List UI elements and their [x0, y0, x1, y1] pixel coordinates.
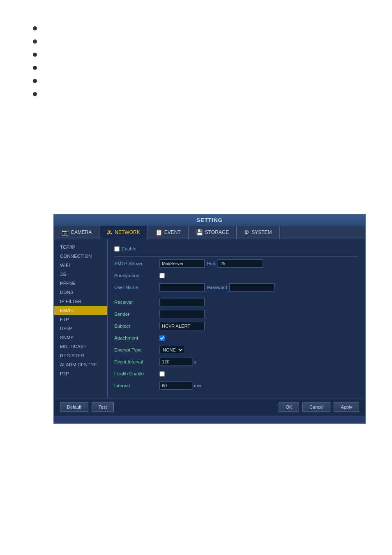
- tab-storage-label: STORAGE: [205, 229, 229, 235]
- subject-label: Subject: [114, 324, 159, 328]
- subject-input[interactable]: [159, 322, 205, 330]
- bullet-dot: [33, 92, 37, 96]
- sidebar-item-multicast[interactable]: MULTICAST: [54, 342, 107, 351]
- separator-2: [114, 295, 358, 295]
- sidebar-item-upnp[interactable]: UPnP: [54, 324, 107, 333]
- tab-network-label: NETWORK: [115, 229, 140, 235]
- sender-row: Sender: [114, 310, 358, 319]
- tab-event-label: EVENT: [164, 229, 181, 235]
- tab-network[interactable]: 🖧 NETWORK: [99, 226, 148, 239]
- interval-input[interactable]: [159, 382, 192, 390]
- event-interval-label: Event Interval: [114, 359, 159, 364]
- separator-1: [114, 256, 358, 257]
- health-enable-checkbox[interactable]: [159, 371, 165, 377]
- bullet-item-5: [33, 77, 359, 83]
- tab-camera-label: CAMERA: [71, 229, 92, 235]
- sidebar-item-ddns[interactable]: DDNS: [54, 288, 107, 297]
- setting-dialog: SETTING 📷 CAMERA 🖧 NETWORK 📋 EVENT 💾 STO…: [53, 214, 366, 424]
- bullet-item-2: [33, 38, 359, 44]
- password-label: Password: [207, 285, 227, 290]
- button-bar: Default Test OK Cancel Apply: [54, 398, 365, 416]
- sidebar-item-snmp[interactable]: SNMP: [54, 333, 107, 342]
- default-button[interactable]: Default: [60, 402, 88, 412]
- network-icon: 🖧: [107, 229, 113, 236]
- interval-row: Interval min: [114, 381, 358, 390]
- sidebar-item-tcpip[interactable]: TCP/IP: [54, 243, 107, 252]
- ok-button[interactable]: OK: [279, 402, 299, 412]
- camera-icon: 📷: [62, 229, 69, 236]
- bullet-dot: [33, 39, 37, 44]
- bullet-item-3: [33, 51, 359, 57]
- attachment-label: Attachment: [114, 335, 159, 340]
- sidebar-item-email[interactable]: EMAIL: [54, 306, 107, 315]
- smtp-server-label: SMTP Server: [114, 261, 159, 266]
- sender-input[interactable]: [159, 310, 205, 318]
- receiver-row: Receiver: [114, 298, 358, 307]
- bullet-item-6: [33, 90, 359, 96]
- username-label: User Name: [114, 285, 159, 290]
- anonymous-checkbox[interactable]: [159, 273, 165, 278]
- sidebar-item-alarmcentre[interactable]: ALARM CENTRE: [54, 360, 107, 369]
- attachment-checkbox[interactable]: [159, 335, 165, 341]
- bullet-list: [0, 0, 392, 120]
- smtp-server-row: SMTP Server Port: [114, 259, 358, 268]
- encrypt-select[interactable]: NONE SSL TLS: [159, 346, 184, 354]
- tab-camera[interactable]: 📷 CAMERA: [54, 226, 99, 239]
- enable-row: Enable: [114, 244, 358, 253]
- main-content: TCP/IP CONNECTION WIFI 3G PPPoE DDNS IP …: [54, 239, 365, 398]
- encrypt-row: Encrypt Type NONE SSL TLS: [114, 345, 358, 354]
- sidebar-item-p2p[interactable]: P2P: [54, 369, 107, 378]
- port-input[interactable]: [218, 259, 263, 268]
- sidebar-item-ftp[interactable]: FTP: [54, 315, 107, 324]
- tab-bar: 📷 CAMERA 🖧 NETWORK 📋 EVENT 💾 STORAGE ⚙ S…: [54, 226, 365, 239]
- tab-event[interactable]: 📋 EVENT: [148, 226, 189, 239]
- apply-button[interactable]: Apply: [334, 402, 359, 412]
- health-enable-label: Health Enable: [114, 371, 159, 376]
- bullet-dot: [33, 79, 37, 83]
- anonymous-row: Anonymous: [114, 271, 358, 280]
- anonymous-label: Anonymous: [114, 273, 159, 278]
- port-label: Port: [207, 261, 215, 266]
- email-form: Enable SMTP Server Port Anonymous User N…: [108, 239, 365, 398]
- event-interval-row: Event Interval s: [114, 357, 358, 366]
- bullet-item-4: [33, 64, 359, 70]
- bullet-dot: [33, 53, 37, 57]
- smtp-server-input[interactable]: [159, 259, 205, 268]
- sidebar-item-ipfilter[interactable]: IP FILTER: [54, 297, 107, 306]
- sidebar-item-wifi[interactable]: WIFI: [54, 261, 107, 270]
- sidebar: TCP/IP CONNECTION WIFI 3G PPPoE DDNS IP …: [54, 239, 108, 398]
- storage-icon: 💾: [196, 229, 203, 236]
- tab-system[interactable]: ⚙ SYSTEM: [237, 226, 279, 239]
- bullet-item-1: [33, 25, 359, 30]
- event-icon: 📋: [155, 229, 162, 236]
- cancel-button[interactable]: Cancel: [302, 402, 330, 412]
- subject-row: Subject: [114, 321, 358, 331]
- event-interval-input[interactable]: [159, 358, 192, 366]
- receiver-label: Receiver: [114, 300, 159, 305]
- tab-storage[interactable]: 💾 STORAGE: [189, 226, 237, 239]
- tab-system-label: SYSTEM: [251, 229, 272, 235]
- attachment-row: Attachment: [114, 333, 358, 342]
- enable-checkbox[interactable]: [114, 246, 120, 252]
- interval-unit: min: [194, 383, 201, 388]
- sender-label: Sender: [114, 312, 159, 317]
- receiver-input[interactable]: [159, 298, 205, 306]
- health-enable-row: Health Enable: [114, 369, 358, 378]
- dialog-footer: [54, 416, 365, 423]
- enable-label: Enable: [122, 246, 136, 251]
- username-input[interactable]: [159, 283, 205, 291]
- event-interval-unit: s: [194, 359, 196, 364]
- encrypt-label: Encrypt Type: [114, 347, 159, 352]
- test-button[interactable]: Test: [92, 402, 114, 412]
- sidebar-item-3g[interactable]: 3G: [54, 270, 107, 279]
- sidebar-item-connection[interactable]: CONNECTION: [54, 252, 107, 261]
- password-input[interactable]: [229, 283, 274, 291]
- sidebar-item-register[interactable]: REGISTER: [54, 351, 107, 360]
- interval-label: Interval: [114, 383, 159, 388]
- sidebar-item-pppoe[interactable]: PPPoE: [54, 279, 107, 288]
- dialog-title: SETTING: [54, 215, 365, 226]
- bullet-dot: [33, 66, 37, 70]
- bullet-dot: [33, 26, 37, 30]
- system-icon: ⚙: [244, 229, 249, 236]
- credentials-row: User Name Password: [114, 283, 358, 292]
